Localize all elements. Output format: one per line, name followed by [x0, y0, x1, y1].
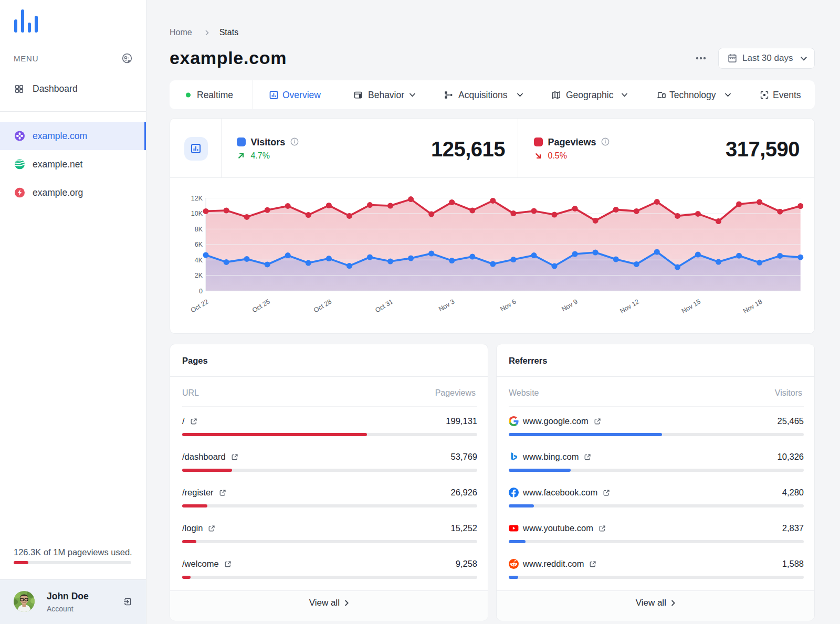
svg-text:Oct 31: Oct 31: [374, 298, 394, 314]
svg-text:8K: 8K: [195, 226, 203, 233]
svg-text:Oct 25: Oct 25: [251, 298, 271, 314]
svg-text:Oct 28: Oct 28: [312, 298, 333, 314]
svg-text:2K: 2K: [195, 272, 203, 279]
svg-text:Nov 6: Nov 6: [499, 298, 517, 313]
svg-text:Nov 15: Nov 15: [680, 298, 702, 315]
svg-text:12K: 12K: [191, 195, 203, 202]
svg-text:10K: 10K: [191, 210, 203, 217]
svg-text:Nov 3: Nov 3: [437, 298, 456, 313]
svg-text:0: 0: [199, 288, 203, 295]
svg-text:6K: 6K: [195, 241, 203, 248]
svg-text:Oct 22: Oct 22: [190, 298, 210, 314]
svg-text:Nov 12: Nov 12: [619, 298, 640, 315]
svg-text:Nov 18: Nov 18: [742, 298, 763, 315]
svg-text:Nov 9: Nov 9: [560, 298, 579, 313]
svg-text:4K: 4K: [195, 257, 203, 264]
